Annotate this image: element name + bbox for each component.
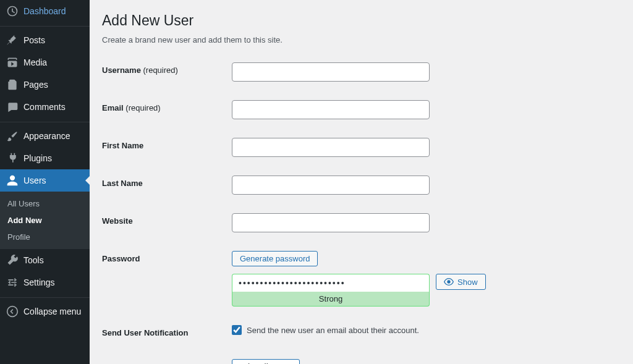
sidebar-item-plugins[interactable]: Plugins bbox=[0, 147, 90, 169]
brush-icon bbox=[6, 130, 19, 142]
user-form: Username (required) Email (required) Fir… bbox=[102, 53, 621, 364]
sidebar-item-comments[interactable]: Comments bbox=[0, 96, 90, 118]
page-title: Add New User bbox=[102, 12, 621, 29]
users-submenu: All Users Add New Profile bbox=[0, 192, 90, 249]
sidebar-label: Posts bbox=[23, 35, 45, 45]
first-name-label: First Name bbox=[102, 129, 226, 166]
first-name-input[interactable] bbox=[232, 138, 430, 157]
username-label: Username (required) bbox=[102, 53, 226, 91]
comment-icon bbox=[6, 101, 19, 113]
submenu-add-new[interactable]: Add New bbox=[0, 212, 90, 229]
plug-icon bbox=[6, 152, 19, 164]
sliders-icon bbox=[6, 276, 19, 289]
pages-icon bbox=[6, 78, 19, 91]
svg-point-0 bbox=[7, 307, 18, 317]
main-content: Add New User Create a brand new user and… bbox=[90, 0, 633, 364]
role-label: Role bbox=[102, 350, 226, 364]
email-input[interactable] bbox=[232, 100, 430, 119]
submenu-profile[interactable]: Profile bbox=[0, 229, 90, 245]
svg-point-1 bbox=[448, 281, 450, 283]
sidebar-item-users[interactable]: Users bbox=[0, 169, 90, 192]
sidebar-item-media[interactable]: Media bbox=[0, 51, 90, 74]
sidebar-label: Settings bbox=[23, 277, 55, 287]
role-select[interactable]: Subscriber bbox=[232, 359, 300, 364]
sidebar-item-posts[interactable]: Posts bbox=[0, 29, 90, 51]
website-input[interactable] bbox=[232, 213, 430, 232]
sidebar-label: Tools bbox=[23, 255, 44, 265]
collapse-icon bbox=[6, 305, 19, 318]
notification-label: Send User Notification bbox=[102, 316, 226, 350]
password-label: Password bbox=[102, 242, 226, 316]
user-icon bbox=[6, 174, 19, 187]
admin-sidebar: Dashboard Posts Media Pages Comments App… bbox=[0, 0, 90, 364]
generate-password-button[interactable]: Generate password bbox=[232, 251, 318, 266]
wrench-icon bbox=[6, 254, 19, 266]
sidebar-label: Appearance bbox=[23, 131, 70, 141]
sidebar-item-tools[interactable]: Tools bbox=[0, 249, 90, 271]
media-icon bbox=[6, 56, 19, 69]
sidebar-label: Media bbox=[23, 57, 47, 67]
page-description: Create a brand new user and add them to … bbox=[102, 35, 621, 44]
submenu-all-users[interactable]: All Users bbox=[0, 195, 90, 212]
sidebar-label: Plugins bbox=[23, 153, 52, 163]
sidebar-label: Pages bbox=[23, 80, 48, 90]
menu-separator bbox=[0, 23, 90, 27]
menu-separator bbox=[0, 295, 90, 298]
password-input[interactable]: ••••••••••••••••••••••••• bbox=[232, 274, 430, 292]
menu-separator bbox=[0, 119, 90, 122]
show-password-button[interactable]: Show bbox=[436, 274, 486, 290]
sidebar-label: Users bbox=[23, 176, 46, 185]
eye-icon bbox=[444, 277, 454, 287]
last-name-label: Last Name bbox=[102, 166, 226, 204]
sidebar-item-pages[interactable]: Pages bbox=[0, 74, 90, 96]
password-strength-indicator: Strong bbox=[232, 292, 430, 307]
sidebar-item-dashboard[interactable]: Dashboard bbox=[0, 0, 90, 22]
send-notification-checkbox[interactable] bbox=[232, 325, 242, 335]
website-label: Website bbox=[102, 204, 226, 242]
email-label: Email (required) bbox=[102, 91, 226, 129]
sidebar-item-collapse[interactable]: Collapse menu bbox=[0, 300, 90, 323]
sidebar-label: Collapse menu bbox=[23, 307, 81, 316]
pin-icon bbox=[6, 34, 19, 46]
sidebar-item-appearance[interactable]: Appearance bbox=[0, 125, 90, 147]
username-input[interactable] bbox=[232, 62, 430, 82]
last-name-input[interactable] bbox=[232, 176, 430, 195]
sidebar-label: Comments bbox=[23, 102, 66, 112]
sidebar-label: Dashboard bbox=[23, 6, 66, 16]
sidebar-item-settings[interactable]: Settings bbox=[0, 271, 90, 294]
dashboard-icon bbox=[6, 5, 19, 17]
notification-text: Send the new user an email about their a… bbox=[247, 326, 419, 335]
